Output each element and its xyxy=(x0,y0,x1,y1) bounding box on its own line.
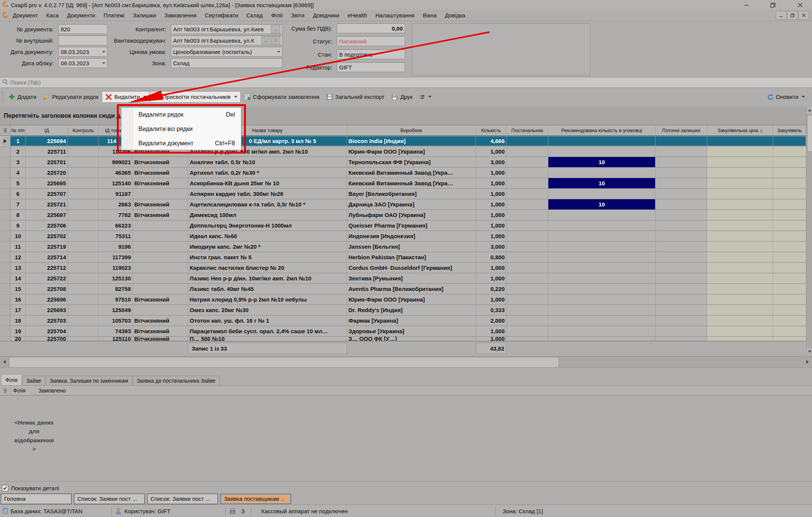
assign-suppliers-button[interactable]: Присвоїти постачальників xyxy=(150,91,241,103)
detail-tab-1[interactable]: Філія xyxy=(1,374,22,385)
horizontal-scrollbar[interactable] xyxy=(0,356,812,368)
list-options-button[interactable] xyxy=(416,92,435,102)
column-header-supplier[interactable]: Постачальник xyxy=(507,125,548,136)
show-details-row[interactable]: Показувати деталі xyxy=(0,483,812,493)
table-row[interactable]: 72257212663ВітчизнянийАцетилсалициловая … xyxy=(0,199,806,210)
vertical-scrollbar[interactable] xyxy=(806,107,812,355)
cell-control xyxy=(68,199,99,210)
cell-origin: Вітчизняний xyxy=(133,157,188,168)
table-row[interactable]: 1922570474393ВітчизнянийПарацетамол беби… xyxy=(0,326,806,337)
menu-item-12[interactable]: eHealth xyxy=(344,12,371,18)
column-header-price[interactable]: Закупівельна ціна△ xyxy=(707,125,773,136)
column-header-qty[interactable]: Кількість xyxy=(476,125,507,136)
cell-name: Идеал капс. №60 xyxy=(188,231,347,242)
detail-options-icon[interactable] xyxy=(0,386,11,395)
table-row[interactable]: 1622569697510ВітчизнянийНатрия хлорид 0,… xyxy=(0,294,806,305)
lookup-button[interactable]: ... xyxy=(261,36,270,45)
grid-options-icon[interactable] xyxy=(0,125,11,136)
detail-column-zamovleno[interactable]: Замовлено xyxy=(36,386,791,395)
table-row[interactable]: 1022570275311Идеал капс. №60Индонезия [И… xyxy=(0,231,806,242)
window-tab-4[interactable]: Заявка поставщикам .. xyxy=(220,494,291,504)
minimize-button[interactable] xyxy=(740,1,753,9)
table-row[interactable]: 20225700125110ВітчизнянийП… 500 №10З… ОО… xyxy=(0,337,806,341)
column-header-control[interactable]: Контроль xyxy=(68,125,99,136)
table-row[interactable]: 17225693125049Омез капс. 20мг №30Dr. Red… xyxy=(0,305,806,315)
detail-tab-4[interactable]: Заявка до постачальника Зайве xyxy=(133,376,220,385)
consignee-field[interactable]: Апт №003 пгт.Барышевка, ул.К...X xyxy=(171,35,282,45)
window-tab-2[interactable]: Список: Заявки пост ... xyxy=(74,494,145,504)
menu-item-6[interactable]: Замовлення xyxy=(160,12,201,18)
search-bar[interactable]: Поиск (Tab) xyxy=(0,77,812,88)
mdi-minimize-button[interactable] xyxy=(776,11,786,20)
scroll-down-button[interactable] xyxy=(807,348,812,355)
menu-item-7[interactable]: Сертифікати xyxy=(201,12,242,18)
menu-item-3[interactable]: Документи xyxy=(63,12,99,18)
close-button[interactable] xyxy=(794,1,806,9)
context-menu-item-1[interactable]: Видалити рядокDel xyxy=(133,108,241,122)
price-condition-field[interactable]: Ценообразование (госпиталь) xyxy=(171,47,282,57)
menu-item-10[interactable]: Звіти xyxy=(287,12,309,18)
scroll-right-button[interactable] xyxy=(803,357,812,367)
refresh-button[interactable]: Оновити xyxy=(763,91,808,103)
edit-row-button[interactable]: Редагувати рядок xyxy=(40,91,102,103)
delete-button[interactable]: Видалити xyxy=(102,91,150,103)
cell-price2 xyxy=(773,326,806,337)
column-header-n[interactable]: № п/п xyxy=(11,125,26,136)
restore-button[interactable] xyxy=(766,1,779,9)
show-details-checkbox[interactable] xyxy=(2,485,8,491)
doc-date-field[interactable]: 08.03.2023 xyxy=(58,47,107,57)
column-header-manufacturer[interactable]: Виробник xyxy=(347,125,476,136)
table-row[interactable]: 12225714117399Инсти гран. пакет № 5Herbi… xyxy=(0,252,806,263)
mdi-restore-button[interactable] xyxy=(787,11,798,20)
scroll-left-button[interactable] xyxy=(0,357,9,367)
detail-column-filiya[interactable]: Філія xyxy=(11,386,36,395)
mdi-close-button[interactable] xyxy=(798,11,809,20)
detail-tab-3[interactable]: Заявка. Залишки по замінникам xyxy=(46,376,132,385)
horizontal-scroll-thumb[interactable] xyxy=(9,357,559,368)
column-header-price2[interactable]: Закупівель xyxy=(773,125,806,136)
menu-item-11[interactable]: Довідники xyxy=(309,12,344,18)
accounting-date-field[interactable]: 08.03.2023 xyxy=(58,58,107,68)
create-order-button[interactable]: Сформувати замовлення xyxy=(241,91,323,103)
table-row[interactable]: 13225712119023Карвелис пастилки блистер … xyxy=(0,263,806,273)
menu-item-13[interactable]: Налаштування xyxy=(371,12,419,18)
table-row[interactable]: 18225703105703ВітчизнянийОтотон кап. уш.… xyxy=(0,315,806,326)
menu-item-9[interactable]: Філії xyxy=(267,12,287,18)
zone-field[interactable]: Склад xyxy=(171,58,282,68)
detail-tab-2[interactable]: Зайве xyxy=(22,376,45,385)
chevron-down-icon[interactable] xyxy=(102,51,105,53)
menu-item-14[interactable]: Вікна xyxy=(419,12,441,18)
column-header-stock[interactable]: Поточні залишки xyxy=(655,125,707,136)
table-row[interactable]: 82256977782ВітчизнянийДимексид 100млЛубн… xyxy=(0,210,806,220)
table-row[interactable]: 422572046365ВітчизнянийАртихол табл. 0,2… xyxy=(0,168,806,178)
menu-item-15[interactable]: Довідка xyxy=(441,12,470,18)
table-row[interactable]: 622570791187Аспирин кардио табл. 300мг №… xyxy=(0,189,806,199)
window-tab-1[interactable]: Головна xyxy=(1,494,72,504)
doc-number-field[interactable]: 820 xyxy=(58,24,107,34)
vertical-scroll-thumb[interactable] xyxy=(807,115,812,152)
add-button[interactable]: Додати xyxy=(5,91,40,102)
window-tab-3[interactable]: Список: Заявки пост ... xyxy=(147,494,218,504)
contragent-field[interactable]: Апт №003 пгт.Барышевка, ул.Киев... xyxy=(171,24,282,34)
menu-item-5[interactable]: Залишки xyxy=(129,12,160,18)
table-row[interactable]: 1522570882758Лазикс табл. 40мг №45Aventi… xyxy=(0,284,806,294)
menu-item-8[interactable]: Склад xyxy=(242,12,267,18)
menu-item-1[interactable]: Документ xyxy=(9,12,42,18)
menu-item-4[interactable]: Платежі xyxy=(99,12,129,18)
column-header-rec[interactable]: Рекомендована кількість в упаковці xyxy=(548,125,655,136)
menu-item-2[interactable]: Каса xyxy=(42,12,63,18)
notes-field[interactable] xyxy=(412,23,590,75)
context-menu-item-3[interactable]: Видалити документCtrl+F8 xyxy=(133,136,241,151)
chevron-down-icon[interactable] xyxy=(102,62,105,64)
column-header-id[interactable]: ІД xyxy=(26,125,68,136)
table-row[interactable]: 3225701999021ВітчизнянийАналгин табл. 0.… xyxy=(0,157,806,168)
table-row[interactable]: 112257199196Имодиум капс. 2мг №20 *Janss… xyxy=(0,242,806,252)
print-button[interactable]: Друк xyxy=(388,91,416,103)
table-row[interactable]: 5225695125140ВітчизнянийАскорбинка-КВ ды… xyxy=(0,178,806,189)
table-row[interactable]: 14225722125130Лазикс Нео р-р д/ин. 10мг/… xyxy=(0,273,806,284)
scroll-up-button[interactable] xyxy=(807,107,812,114)
context-menu-item-2[interactable]: Видалити всі рядки xyxy=(133,122,241,136)
table-row[interactable]: 922570666223Доппельгерц Энерготоник-Н 10… xyxy=(0,220,806,231)
export-button[interactable]: Загальний експорт xyxy=(323,91,388,103)
internal-number-field[interactable] xyxy=(58,35,107,45)
